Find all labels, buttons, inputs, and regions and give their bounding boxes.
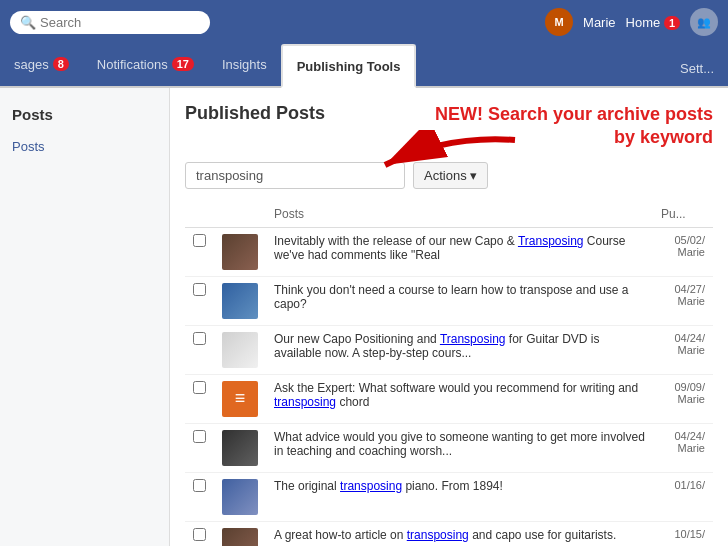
tab-insights[interactable]: Insights [208,42,281,86]
post-date-cell: 04/24/Marie [653,423,713,472]
table-row: Think you don't need a course to learn h… [185,276,713,325]
top-bar-right: M Marie Home 1 👥 [545,8,718,36]
post-date: 04/27/ [661,283,705,295]
post-text-cell: The original transposing piano. From 189… [266,472,653,521]
post-thumbnail [222,430,258,466]
table-row: Inevitably with the release of our new C… [185,227,713,276]
post-link[interactable]: Transposing [440,332,506,346]
post-thumbnail [222,234,258,270]
tab-publishing-tools[interactable]: Publishing Tools [281,44,417,88]
tab-notifications[interactable]: Notifications 17 [83,42,208,86]
post-date: 04/24/ [661,430,705,442]
post-checkbox[interactable] [193,283,206,296]
post-link[interactable]: Transposing [518,234,584,248]
post-checkbox[interactable] [193,332,206,345]
table-row: ≡Ask the Expert: What software would you… [185,374,713,423]
posts-table: Posts Pu... Inevitably with the release … [185,201,713,546]
post-thumbnail [222,283,258,319]
post-checkbox[interactable] [193,430,206,443]
actions-button[interactable]: Actions ▾ [413,162,488,189]
new-feature-callout: NEW! Search your archive posts by keywor… [433,103,713,150]
post-date-cell: 04/24/Marie [653,325,713,374]
sidebar: Posts Posts [0,88,170,546]
home-link[interactable]: Home 1 [626,15,680,30]
post-text-cell: Inevitably with the release of our new C… [266,227,653,276]
post-thumbnail [222,528,258,546]
table-row: What advice would you give to someone wa… [185,423,713,472]
post-date-cell: 01/16/ [653,472,713,521]
published-posts-title: Published Posts [185,103,325,124]
col-published: Pu... [653,201,713,228]
post-author: Marie [661,246,705,258]
friend-requests-icon[interactable]: 👥 [690,8,718,36]
post-date: 10/15/ [661,528,705,540]
sidebar-item-posts[interactable]: Posts [0,131,169,162]
post-thumbnail: ≡ [222,381,258,417]
post-text-cell: What advice would you give to someone wa… [266,423,653,472]
post-date-cell: 04/27/Marie [653,276,713,325]
tab-settings[interactable]: Sett... [666,51,728,86]
search-row: Actions ▾ [185,162,713,189]
post-date-cell: 05/02/Marie [653,227,713,276]
post-date: 01/16/ [661,479,705,491]
home-badge: 1 [664,16,680,30]
post-author: Marie [661,344,705,356]
post-date: 05/02/ [661,234,705,246]
nav-tabs: sages 8 Notifications 17 Insights Publis… [0,44,728,88]
post-thumbnail [222,479,258,515]
post-date: 09/09/ [661,381,705,393]
post-text-cell: Ask the Expert: What software would you … [266,374,653,423]
main-layout: Posts Posts Published Posts NEW! Search … [0,88,728,546]
post-link[interactable]: transposing [407,528,469,542]
avatar: M [545,8,573,36]
post-link[interactable]: transposing [274,395,336,409]
post-checkbox[interactable] [193,234,206,247]
post-date-cell: 10/15/ [653,521,713,546]
post-text-cell: A great how-to article on transposing an… [266,521,653,546]
top-bar: 🔍 M Marie Home 1 👥 [0,0,728,44]
username: Marie [583,15,616,30]
search-icon: 🔍 [20,15,36,30]
table-row: A great how-to article on transposing an… [185,521,713,546]
messages-badge: 8 [53,57,69,71]
sidebar-title: Posts [0,98,169,131]
post-text-cell: Think you don't need a course to learn h… [266,276,653,325]
post-thumbnail [222,332,258,368]
post-link[interactable]: transposing [340,479,402,493]
content-area: Published Posts NEW! Search your archive… [170,88,728,546]
post-text-cell: Our new Capo Positioning and Transposing… [266,325,653,374]
post-checkbox[interactable] [193,381,206,394]
post-author: Marie [661,442,705,454]
post-checkbox[interactable] [193,479,206,492]
post-author: Marie [661,295,705,307]
post-date-cell: 09/09/Marie [653,374,713,423]
post-date: 04/24/ [661,332,705,344]
col-posts: Posts [266,201,653,228]
keyword-search-input[interactable] [185,162,405,189]
table-row: Our new Capo Positioning and Transposing… [185,325,713,374]
search-bar[interactable]: 🔍 [10,11,210,34]
content-header: Published Posts NEW! Search your archive… [185,103,713,150]
search-input[interactable] [40,15,200,30]
post-author: Marie [661,393,705,405]
notifications-badge: 17 [172,57,194,71]
post-checkbox[interactable] [193,528,206,541]
tab-messages[interactable]: sages 8 [0,42,83,86]
table-row: The original transposing piano. From 189… [185,472,713,521]
